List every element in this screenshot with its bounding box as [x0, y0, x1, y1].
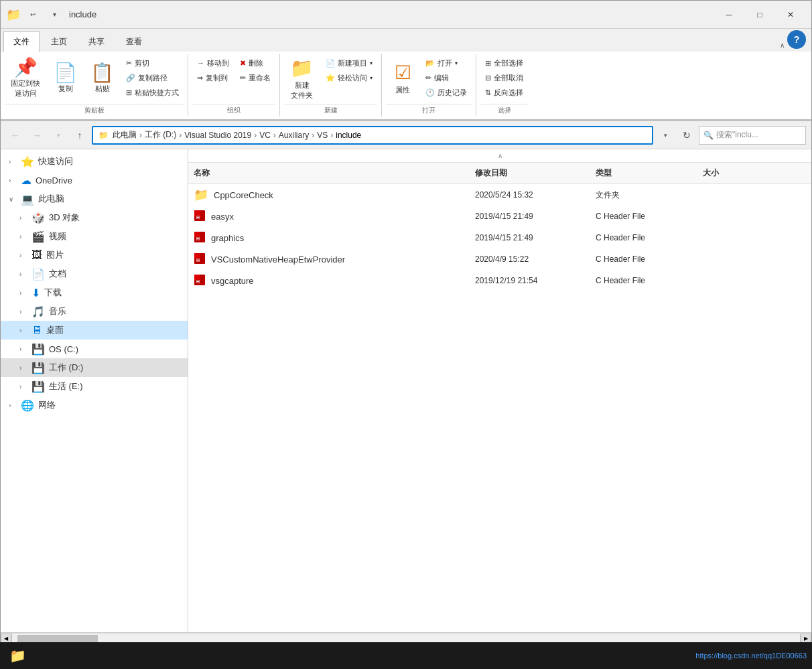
- rename-icon: ✏: [240, 74, 246, 82]
- back-button[interactable]: ←: [6, 126, 25, 145]
- new-folder-button[interactable]: 📁 新建 文件夹: [284, 56, 320, 101]
- tab-view[interactable]: 查看: [116, 31, 152, 52]
- breadcrumb-include[interactable]: include: [336, 131, 361, 140]
- copy-to-button[interactable]: ⇒ 复制到: [192, 70, 234, 85]
- copy-path-button[interactable]: 🔗 复制路径: [121, 70, 184, 85]
- breadcrumb-work-d[interactable]: 工作 (D:): [145, 129, 176, 141]
- sidebar-item-videos[interactable]: › 🎬 视频: [1, 227, 188, 246]
- sidebar-item-thispc[interactable]: ∨ 💻 此电脑: [1, 190, 188, 208]
- sidebar-item-network[interactable]: › 🌐 网络: [1, 396, 188, 415]
- ribbon-collapse-icon[interactable]: ∧: [780, 42, 785, 49]
- paste-shortcut-button[interactable]: ⊞ 粘贴快捷方式: [121, 85, 184, 100]
- taskbar-url: https://blog.csdn.net/qq1DE00663: [695, 652, 807, 660]
- history-button[interactable]: 🕐 历史记录: [421, 85, 472, 100]
- close-button[interactable]: ✕: [775, 5, 806, 25]
- select-all-icon: ⊞: [485, 59, 491, 68]
- life-label: 生活 (E:): [49, 380, 83, 392]
- sidebar-item-downloads[interactable]: › ⬇ 下载: [1, 283, 188, 302]
- sidebar-item-onedrive[interactable]: › ☁ OneDrive: [1, 171, 188, 190]
- breadcrumb-vs[interactable]: VS: [317, 131, 328, 140]
- copy-path-icon: 🔗: [126, 74, 135, 82]
- sidebar-item-3dobjects[interactable]: › 🎲 3D 对象: [1, 208, 188, 227]
- ribbon-group-new: 📁 新建 文件夹 📄 新建项目 ▾ ⭐ 轻松访问 ▾: [280, 54, 382, 117]
- organize-group-content: → 移动到 ⇒ 复制到 ✖ 删除: [192, 54, 275, 102]
- delete-button[interactable]: ✖ 删除: [235, 56, 275, 70]
- open-button[interactable]: 📂 打开 ▾: [421, 56, 472, 70]
- pin-button[interactable]: 📌 固定到快 速访问: [5, 56, 46, 101]
- sidebar-item-osc[interactable]: › 💾 OS (C:): [1, 340, 188, 358]
- address-bar[interactable]: 📁 此电脑 › 工作 (D:) › Visual Studio 2019 › V…: [92, 126, 653, 145]
- quick-access-dropdown[interactable]: ▾: [45, 5, 64, 24]
- col-date-header[interactable]: 修改日期: [475, 167, 596, 179]
- expand-icon-documents: ›: [19, 271, 27, 278]
- invert-select-button[interactable]: ⇅ 反向选择: [480, 85, 528, 100]
- address-dropdown-button[interactable]: ▾: [656, 126, 675, 145]
- maximize-button[interactable]: □: [744, 5, 775, 25]
- edit-button[interactable]: ✏ 编辑: [421, 70, 472, 85]
- size-header-label: 大小: [703, 168, 719, 177]
- recent-locations-button[interactable]: ▾: [49, 126, 68, 145]
- sidebar-item-desktop[interactable]: › 🖥 桌面: [1, 321, 188, 340]
- new-item-dropdown-icon: ▾: [370, 60, 373, 66]
- breadcrumb-this-pc[interactable]: 此电脑: [113, 129, 137, 141]
- select-all-button[interactable]: ⊞ 全部选择: [480, 56, 528, 70]
- refresh-button[interactable]: ↻: [677, 126, 696, 145]
- col-type-header[interactable]: 类型: [596, 167, 703, 179]
- up-button[interactable]: ↑: [70, 126, 89, 145]
- file-row-vscustom[interactable]: H VSCustomNativeHeapEtwProvider 2020/4/9…: [188, 248, 811, 270]
- breadcrumb-vc[interactable]: VC: [259, 131, 271, 140]
- organize-col2: ✖ 删除 ✏ 重命名: [235, 56, 275, 85]
- music-label: 音乐: [49, 305, 66, 317]
- app-window: 📁 ↩ ▾ include ─ □ ✕ 文件 主页 共享 查看 ∧ ?: [0, 0, 812, 669]
- new-item-button[interactable]: 📄 新建项目 ▾: [321, 56, 377, 70]
- props-button[interactable]: ☑ 属性: [386, 56, 419, 101]
- select-group-label: 选择: [480, 104, 528, 117]
- col-name-header[interactable]: 名称: [194, 167, 475, 179]
- expand-icon-videos: ›: [19, 233, 27, 240]
- sidebar-item-life-e[interactable]: › 💾 生活 (E:): [1, 377, 188, 396]
- quick-access-undo[interactable]: ↩: [23, 5, 42, 24]
- rename-button[interactable]: ✏ 重命名: [235, 70, 275, 85]
- search-box[interactable]: 🔍 搜索"inclu...: [699, 126, 806, 145]
- file-row-easyx[interactable]: H easyx 2019/4/15 21:49 C Header File: [188, 206, 811, 227]
- paste-button[interactable]: 📋 粘贴: [84, 56, 120, 101]
- sidebar-item-music[interactable]: › 🎵 音乐: [1, 302, 188, 321]
- expand-icon-osc: ›: [19, 346, 27, 353]
- cppcorecheck-name: 📁 CppCoreCheck: [194, 188, 475, 202]
- easy-access-button[interactable]: ⭐ 轻松访问 ▾: [321, 70, 377, 85]
- move-to-button[interactable]: → 移动到: [192, 56, 234, 70]
- expand-icon-desktop: ›: [19, 327, 27, 334]
- tab-file[interactable]: 文件: [3, 31, 40, 52]
- sidebar: › ⭐ 快速访问 › ☁ OneDrive ∨ 💻 此电脑 › 🎲 3D 对象: [1, 149, 188, 632]
- file-row-cppcorecheck[interactable]: 📁 CppCoreCheck 2020/5/24 15:32 文件夹: [188, 184, 811, 206]
- tab-share[interactable]: 共享: [78, 31, 115, 52]
- graphics-file-icon: H: [194, 231, 206, 245]
- file-row-vsgcapture[interactable]: H vsgcapture 2019/12/19 21:54 C Header F…: [188, 270, 811, 291]
- col-size-header[interactable]: 大小: [703, 167, 806, 179]
- sidebar-item-work-d[interactable]: › 💾 工作 (D:): [1, 358, 188, 377]
- new-group-label: 新建: [284, 104, 377, 117]
- downloads-icon: ⬇: [31, 287, 40, 299]
- sidebar-item-documents[interactable]: › 📄 文档: [1, 265, 188, 283]
- taskbar-explorer-icon[interactable]: 📁: [5, 644, 29, 668]
- explorer-icon: 📁: [9, 648, 26, 664]
- sidebar-item-pictures[interactable]: › 🖼 图片: [1, 246, 188, 265]
- copy-button[interactable]: 📄 复制: [48, 56, 83, 101]
- breadcrumb-auxiliary[interactable]: Auxiliary: [279, 131, 309, 140]
- cut-button[interactable]: ✂ 剪切: [121, 56, 184, 70]
- paste-shortcut-icon: ⊞: [126, 88, 132, 97]
- select-none-button[interactable]: ⊟ 全部取消: [480, 70, 528, 85]
- network-label: 网络: [38, 399, 56, 411]
- help-button[interactable]: ?: [787, 30, 806, 49]
- ribbon-tabs: 文件 主页 共享 查看 ∧ ?: [1, 29, 811, 52]
- minimize-button[interactable]: ─: [714, 5, 744, 25]
- onedrive-icon: ☁: [21, 174, 31, 187]
- forward-button[interactable]: →: [27, 126, 46, 145]
- tab-home[interactable]: 主页: [41, 31, 77, 52]
- 3dobjects-label: 3D 对象: [49, 212, 80, 224]
- file-row-graphics[interactable]: H graphics 2019/4/15 21:49 C Header File: [188, 227, 811, 248]
- sidebar-item-quick-access[interactable]: › ⭐ 快速访问: [1, 152, 188, 171]
- graphics-type: C Header File: [596, 233, 703, 242]
- breadcrumb-vs2019[interactable]: Visual Studio 2019: [184, 131, 251, 140]
- pin-label: 固定到快 速访问: [11, 78, 40, 98]
